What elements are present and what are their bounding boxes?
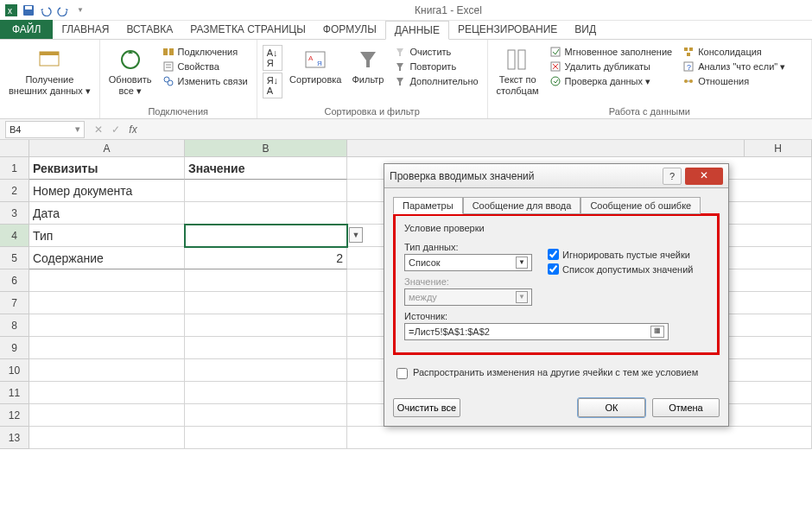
- reapply-button[interactable]: Повторить: [390, 60, 481, 73]
- type-combo[interactable]: Список▼: [404, 254, 532, 271]
- edit-links-button[interactable]: Изменить связи: [159, 74, 251, 88]
- row-header[interactable]: 9: [0, 337, 29, 359]
- window-title: Книга1 - Excel: [88, 4, 809, 16]
- row-header[interactable]: 8: [0, 314, 29, 337]
- sort-desc-button[interactable]: Я↓А: [263, 73, 282, 98]
- row-header[interactable]: 7: [0, 292, 29, 314]
- cell[interactable]: [29, 314, 185, 337]
- flash-fill-button[interactable]: Мгновенное заполнение: [546, 45, 676, 59]
- cell[interactable]: [185, 427, 347, 449]
- source-input[interactable]: =Лист5!$A$1:$A$2▦: [404, 323, 669, 340]
- tab-insert[interactable]: ВСТАВКА: [117, 20, 181, 39]
- cell[interactable]: [185, 404, 347, 427]
- fx-icon[interactable]: fx: [124, 124, 142, 136]
- get-external-data-button[interactable]: Получение внешних данных ▾: [5, 45, 94, 98]
- tab-file[interactable]: ФАЙЛ: [0, 20, 53, 39]
- filter-button[interactable]: Фильтр: [348, 45, 387, 87]
- row-header[interactable]: 5: [0, 247, 29, 269]
- cell-a4[interactable]: Тип: [29, 225, 185, 247]
- dialog-tab-settings[interactable]: Параметры: [393, 197, 463, 214]
- dialog-tab-input-msg[interactable]: Сообщение для ввода: [463, 197, 581, 214]
- data-validation-button[interactable]: Проверка данных ▾: [546, 74, 676, 88]
- clear-filter-button[interactable]: Очистить: [390, 45, 481, 59]
- svg-rect-8: [169, 48, 174, 55]
- cell[interactable]: [29, 404, 185, 427]
- col-header-b[interactable]: B: [185, 140, 347, 157]
- tab-home[interactable]: ГЛАВНАЯ: [53, 20, 117, 39]
- cell-a5[interactable]: Содержание: [29, 247, 185, 269]
- tab-formulas[interactable]: ФОРМУЛЫ: [314, 20, 385, 39]
- text-to-columns-button[interactable]: Текст по столбцам: [493, 45, 542, 98]
- advanced-filter-button[interactable]: Дополнительно: [390, 74, 481, 88]
- tab-view[interactable]: ВИД: [566, 20, 605, 39]
- chevron-down-icon: ▼: [516, 291, 528, 303]
- redo-icon[interactable]: [55, 3, 71, 18]
- remove-duplicates-button[interactable]: Удалить дубликаты: [546, 60, 676, 73]
- cell[interactable]: [29, 269, 185, 292]
- dialog-tab-error-msg[interactable]: Сообщение об ошибке: [580, 197, 701, 214]
- group-data-tools: Текст по столбцам Мгновенное заполнение …: [488, 40, 812, 118]
- cell[interactable]: [185, 337, 347, 359]
- relationships-button[interactable]: Отношения: [679, 74, 789, 88]
- svg-rect-15: [508, 50, 515, 69]
- cell-a2[interactable]: Номер документа: [29, 180, 185, 202]
- sort-button[interactable]: АЯ Сортировка: [286, 45, 345, 87]
- cell[interactable]: [185, 359, 347, 382]
- cell-b4[interactable]: [185, 225, 347, 247]
- sort-asc-button[interactable]: А↓Я: [263, 45, 282, 71]
- properties-button[interactable]: Свойства: [159, 60, 251, 73]
- cell-a3[interactable]: Дата: [29, 202, 185, 225]
- row-header[interactable]: 11: [0, 382, 29, 404]
- range-picker-icon[interactable]: ▦: [650, 326, 664, 338]
- cancel-button[interactable]: Отмена: [652, 398, 720, 417]
- cell[interactable]: [185, 382, 347, 404]
- cell[interactable]: [29, 292, 185, 314]
- row-header[interactable]: 3: [0, 202, 29, 225]
- row-header[interactable]: 12: [0, 404, 29, 427]
- cell[interactable]: [29, 427, 185, 449]
- svg-text:Я: Я: [317, 60, 322, 67]
- propagate-checkbox[interactable]: [396, 368, 408, 379]
- tab-pagelayout[interactable]: РАЗМЕТКА СТРАНИЦЫ: [181, 20, 314, 39]
- validation-dropdown-handle[interactable]: ▼: [349, 227, 363, 243]
- consolidate-button[interactable]: Консолидация: [679, 45, 789, 59]
- dialog-titlebar[interactable]: Проверка вводимых значений ? ✕: [384, 164, 728, 188]
- cell-b3[interactable]: [185, 202, 347, 225]
- cell[interactable]: [185, 269, 347, 292]
- save-icon[interactable]: [21, 3, 36, 18]
- cell[interactable]: [347, 427, 812, 449]
- ok-button[interactable]: ОК: [578, 398, 645, 417]
- criteria-legend: Условие проверки: [404, 223, 708, 233]
- cell[interactable]: [185, 292, 347, 314]
- undo-icon[interactable]: [38, 3, 54, 18]
- row-header[interactable]: 6: [0, 269, 29, 292]
- tab-data[interactable]: ДАННЫЕ: [385, 21, 449, 40]
- cell[interactable]: [185, 314, 347, 337]
- cell[interactable]: [29, 382, 185, 404]
- qat-dropdown-icon[interactable]: ▼: [73, 3, 88, 18]
- cell[interactable]: [29, 337, 185, 359]
- incell-dropdown-checkbox[interactable]: Список допустимых значений: [548, 263, 708, 275]
- ignore-blank-checkbox[interactable]: Игнорировать пустые ячейки: [548, 249, 708, 260]
- dialog-close-button[interactable]: ✕: [685, 168, 723, 185]
- select-all-corner[interactable]: [0, 140, 29, 157]
- cell-b5[interactable]: 2: [185, 247, 347, 269]
- col-header-a[interactable]: A: [29, 140, 185, 157]
- row-header[interactable]: 13: [0, 427, 29, 449]
- row-header[interactable]: 10: [0, 359, 29, 382]
- whatif-button[interactable]: ?Анализ "что если" ▾: [679, 60, 789, 73]
- refresh-all-button[interactable]: Обновить все ▾: [105, 45, 155, 98]
- cell-b1[interactable]: Значение: [185, 157, 347, 180]
- clear-all-button[interactable]: Очистить все: [393, 398, 460, 417]
- cell-b2[interactable]: [185, 180, 347, 202]
- col-header-h[interactable]: H: [745, 140, 812, 157]
- row-header[interactable]: 2: [0, 180, 29, 202]
- cell[interactable]: [29, 359, 185, 382]
- row-header[interactable]: 1: [0, 157, 29, 180]
- cell-a1[interactable]: Реквизиты: [29, 157, 185, 180]
- dialog-help-button[interactable]: ?: [663, 168, 682, 185]
- row-header[interactable]: 4: [0, 225, 29, 247]
- name-box[interactable]: B4▾: [5, 121, 85, 138]
- tab-review[interactable]: РЕЦЕНЗИРОВАНИЕ: [449, 20, 566, 39]
- connections-button[interactable]: Подключения: [159, 45, 251, 59]
